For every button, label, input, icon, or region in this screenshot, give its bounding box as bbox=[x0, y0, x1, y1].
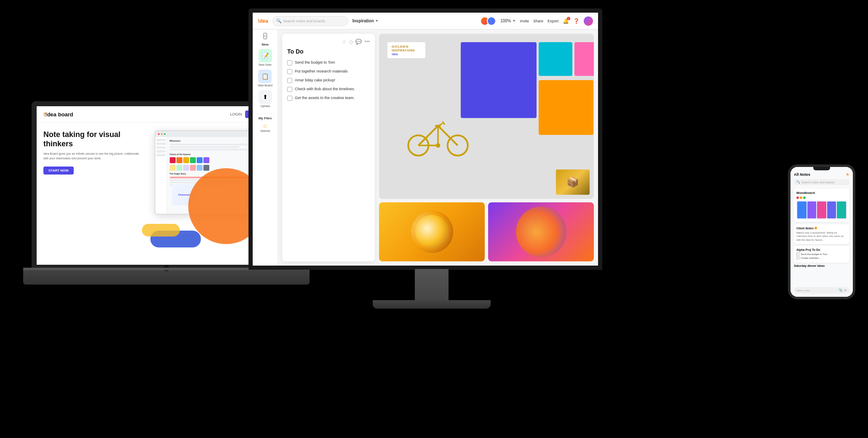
upload-icon: ⬆ bbox=[259, 90, 272, 104]
new-board-label: New Board bbox=[258, 84, 272, 87]
landing-logo: !!dea board bbox=[43, 111, 73, 118]
export-button[interactable]: Export bbox=[548, 19, 558, 23]
phone-alpha-checkbox-2[interactable] bbox=[796, 256, 799, 259]
todo-item-1: Send the budget to Tom bbox=[287, 60, 370, 65]
more-toolbar-icon[interactable]: ••• bbox=[364, 39, 370, 45]
phone-search-placeholder: Search notes and boards bbox=[801, 181, 834, 184]
phone-body: All Notes ★ 🔍 Search notes and boards Mo… bbox=[788, 164, 855, 299]
sidebar-upload[interactable]: ⬆ Upload bbox=[259, 90, 272, 107]
moodboard-title-card: GOLDEN INSPIRATIONS !dea bbox=[387, 42, 425, 58]
todo-checkbox-1[interactable] bbox=[287, 60, 292, 65]
phone-search-icon: 🔍 bbox=[796, 180, 800, 184]
phone-client-notes-text: Bakery was a prospective, telling his ma… bbox=[796, 231, 847, 242]
todo-text-3: Amar bday cake pickup! bbox=[295, 78, 335, 83]
sidebar-divider bbox=[257, 113, 274, 114]
monitor-screen: !dea 🔍 Search notes and boards Inspirati… bbox=[248, 8, 602, 270]
sidebar-new-label: New bbox=[262, 43, 268, 46]
my-files-label: My Files bbox=[259, 116, 272, 120]
help-button[interactable]: ❓ bbox=[573, 18, 580, 24]
phone-alpha-checkbox-1[interactable] bbox=[796, 253, 799, 255]
upload-label: Upload bbox=[260, 105, 270, 107]
star-toolbar-icon[interactable]: ☆ bbox=[342, 39, 347, 45]
login-button[interactable]: LOGIN bbox=[230, 112, 242, 116]
phone-search-bar[interactable]: 🔍 Search notes and boards bbox=[794, 179, 849, 185]
phone-star-icon[interactable]: ★ bbox=[846, 172, 849, 177]
moodboard-area: GOLDEN INSPIRATIONS !dea bbox=[379, 34, 594, 261]
user-avatar[interactable] bbox=[584, 16, 593, 26]
golden-title: GOLDEN bbox=[392, 45, 421, 48]
phone-card-dots bbox=[796, 196, 847, 199]
app-header: !dea 🔍 Search notes and boards Inspirati… bbox=[253, 13, 598, 30]
workspace-name: Inspiration bbox=[353, 19, 374, 23]
app-canvas: ☆ ◇ 💬 ••• To Do Send the budget to Tom bbox=[278, 30, 598, 266]
inspirations-subtitle: INSPIRATIONS bbox=[392, 49, 421, 52]
phone-attach-icon[interactable]: 📎 bbox=[839, 288, 843, 292]
phone-note-input[interactable]: Take a note... 📎 ➤ bbox=[794, 287, 849, 293]
share-button[interactable]: Share bbox=[533, 19, 543, 23]
purple-swirl-image bbox=[488, 202, 594, 261]
star-icon: ☆ bbox=[262, 123, 268, 129]
new-note-label: New Note bbox=[259, 63, 272, 66]
collaborator-avatars bbox=[480, 16, 496, 26]
todo-item-2: Put together research materials bbox=[287, 69, 370, 74]
starred-label: Starred bbox=[260, 129, 270, 132]
client-dot-icon bbox=[815, 227, 817, 229]
sidebar-new-board[interactable]: 📋 New Board bbox=[258, 70, 272, 87]
phone-alpha-text-1: Send the budget to Tom bbox=[801, 253, 828, 255]
note-toolbar: ☆ ◇ 💬 ••• bbox=[287, 39, 370, 45]
hero-description: Idea Board gives you an infinite canvas … bbox=[43, 152, 142, 161]
mood-block-orange bbox=[539, 80, 593, 135]
hero-blob-yellow bbox=[142, 224, 180, 236]
phone-thumb-pink bbox=[817, 202, 826, 218]
search-bar[interactable]: 🔍 Search notes and boards bbox=[272, 16, 348, 26]
amber-image bbox=[379, 202, 485, 261]
search-icon: 🔍 bbox=[276, 19, 281, 23]
workspace-dropdown[interactable]: Inspiration ▼ bbox=[353, 19, 379, 23]
todo-text-4: Check with Bob about the timelines. bbox=[295, 86, 355, 92]
sidebar-new-note[interactable]: 📝 New Note bbox=[259, 49, 272, 66]
phone-moodboard-card[interactable]: Moodboard bbox=[794, 188, 849, 222]
monitor-device: !dea 🔍 Search notes and boards Inspirati… bbox=[248, 8, 615, 337]
phone-moodboard-title: Moodboard bbox=[796, 191, 847, 195]
todo-note: ☆ ◇ 💬 ••• To Do Send the budget to Tom bbox=[282, 34, 375, 261]
comment-toolbar-icon[interactable]: 💬 bbox=[355, 39, 362, 45]
mood-block-pink bbox=[574, 42, 594, 76]
sidebar-starred[interactable]: ☆ Starred bbox=[260, 123, 270, 132]
todo-item-3: Amar bday cake pickup! bbox=[287, 78, 370, 83]
sidebar-collapse-button[interactable]: « bbox=[263, 33, 267, 39]
todo-title: To Do bbox=[287, 48, 370, 55]
notifications-button[interactable]: 🔔 1 bbox=[563, 18, 569, 24]
shape-toolbar-icon[interactable]: ◇ bbox=[349, 39, 353, 45]
start-now-button[interactable]: START NOW bbox=[43, 167, 74, 175]
phone-notch bbox=[813, 167, 830, 170]
phone-take-note-placeholder: Take a note... bbox=[796, 289, 837, 292]
moodboard-brand: !dea bbox=[392, 53, 421, 56]
monitor-stand-neck bbox=[415, 269, 449, 303]
phone-client-notes-card[interactable]: Client Notes Bakery was a prospective, t… bbox=[794, 224, 849, 244]
moodboard-top-image: GOLDEN INSPIRATIONS !dea bbox=[379, 34, 594, 199]
todo-checkbox-5[interactable] bbox=[287, 96, 292, 101]
phone-alpha-todo-card[interactable]: Alpha Proj To Do Send the budget to Tom … bbox=[794, 246, 849, 263]
phone-alpha-title: Alpha Proj To Do bbox=[796, 248, 847, 251]
invite-button[interactable]: Invite bbox=[520, 19, 529, 23]
mood-block-cyan bbox=[539, 42, 572, 76]
monitor-stand-base bbox=[373, 300, 491, 309]
phone-thumb-blue bbox=[797, 202, 807, 218]
phone-alpha-item-1: Send the budget to Tom bbox=[796, 253, 847, 255]
amber-circle bbox=[415, 215, 449, 249]
todo-checkbox-2[interactable] bbox=[287, 69, 292, 74]
todo-text-5: Get the assets to the creative team. bbox=[295, 95, 355, 101]
gold-box-object: 📦 bbox=[556, 169, 590, 195]
todo-checkbox-3[interactable] bbox=[287, 78, 292, 83]
phone-screen: All Notes ★ 🔍 Search notes and boards Mo… bbox=[791, 167, 853, 297]
zoom-control[interactable]: 100% ▼ bbox=[500, 19, 516, 23]
chevron-down-icon: ▼ bbox=[375, 19, 379, 23]
phone-all-notes-title: All Notes bbox=[794, 172, 810, 177]
svg-point-9 bbox=[436, 143, 441, 148]
phone-send-icon[interactable]: ➤ bbox=[844, 288, 847, 292]
todo-checkbox-4[interactable] bbox=[287, 87, 292, 92]
new-board-icon: 📋 bbox=[258, 70, 272, 83]
app-logo: !dea bbox=[258, 18, 268, 24]
search-placeholder: Search notes and boards bbox=[283, 19, 326, 23]
mockup-sidebar bbox=[155, 137, 167, 214]
